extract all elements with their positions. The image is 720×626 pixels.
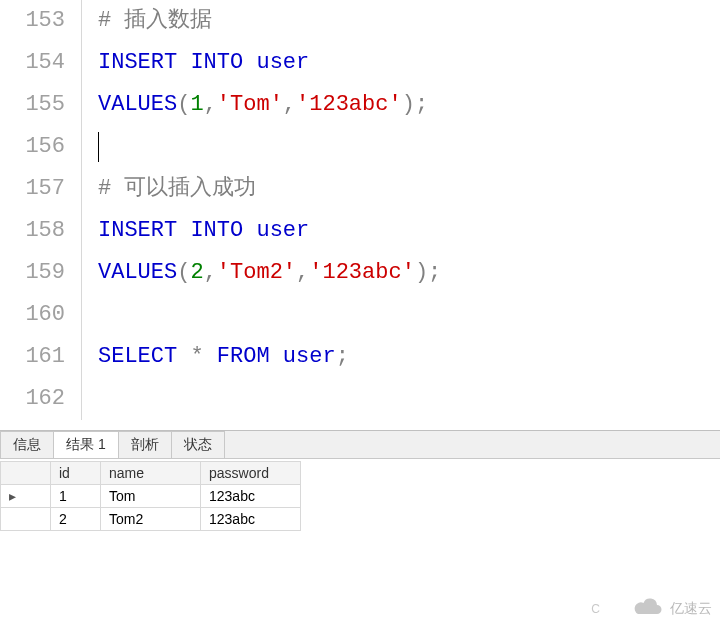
code-content[interactable]	[82, 294, 720, 336]
line-number: 159	[0, 252, 82, 294]
results-panel: 信息结果 1剖析状态 idnamepassword ▸1Tom123abc2To…	[0, 430, 720, 531]
watermark-text: 亿速云	[670, 600, 712, 618]
code-line[interactable]: 154INSERT INTO user	[0, 42, 720, 84]
code-line[interactable]: 161SELECT * FROM user;	[0, 336, 720, 378]
line-number: 154	[0, 42, 82, 84]
table-row[interactable]: 2Tom2123abc	[1, 508, 301, 531]
cell-password[interactable]: 123abc	[201, 485, 301, 508]
cloud-icon	[632, 597, 664, 620]
code-line[interactable]: 162	[0, 378, 720, 420]
row-handle[interactable]: ▸	[1, 485, 51, 508]
code-content[interactable]	[82, 378, 720, 420]
line-number: 158	[0, 210, 82, 252]
line-number: 162	[0, 378, 82, 420]
code-line[interactable]: 160	[0, 294, 720, 336]
line-number: 156	[0, 126, 82, 168]
tab-结果 1[interactable]: 结果 1	[53, 431, 119, 458]
code-content[interactable]: VALUES(2,'Tom2','123abc');	[82, 252, 720, 294]
line-number: 157	[0, 168, 82, 210]
code-line[interactable]: 153# 插入数据	[0, 0, 720, 42]
code-content[interactable]: VALUES(1,'Tom','123abc');	[82, 84, 720, 126]
tab-信息[interactable]: 信息	[0, 431, 54, 458]
code-content[interactable]: INSERT INTO user	[82, 42, 720, 84]
code-line[interactable]: 155VALUES(1,'Tom','123abc');	[0, 84, 720, 126]
cell-name[interactable]: Tom2	[101, 508, 201, 531]
cell-password[interactable]: 123abc	[201, 508, 301, 531]
cell-id[interactable]: 2	[51, 508, 101, 531]
code-line[interactable]: 159VALUES(2,'Tom2','123abc');	[0, 252, 720, 294]
row-handle-header	[1, 462, 51, 485]
cell-id[interactable]: 1	[51, 485, 101, 508]
small-label: C	[591, 602, 600, 616]
column-header-name[interactable]: name	[101, 462, 201, 485]
result-table[interactable]: idnamepassword ▸1Tom123abc2Tom2123abc	[0, 461, 301, 531]
code-line[interactable]: 158INSERT INTO user	[0, 210, 720, 252]
results-tabs: 信息结果 1剖析状态	[0, 431, 720, 459]
row-handle[interactable]	[1, 508, 51, 531]
column-header-password[interactable]: password	[201, 462, 301, 485]
tab-状态[interactable]: 状态	[171, 431, 225, 458]
code-content[interactable]: INSERT INTO user	[82, 210, 720, 252]
line-number: 153	[0, 0, 82, 42]
watermark: 亿速云	[632, 597, 712, 620]
code-content[interactable]: # 可以插入成功	[82, 168, 720, 210]
code-content[interactable]	[82, 126, 720, 168]
text-cursor	[98, 132, 99, 162]
line-number: 161	[0, 336, 82, 378]
line-number: 160	[0, 294, 82, 336]
table-row[interactable]: ▸1Tom123abc	[1, 485, 301, 508]
tab-剖析[interactable]: 剖析	[118, 431, 172, 458]
line-number: 155	[0, 84, 82, 126]
cell-name[interactable]: Tom	[101, 485, 201, 508]
code-content[interactable]: # 插入数据	[82, 0, 720, 42]
code-content[interactable]: SELECT * FROM user;	[82, 336, 720, 378]
sql-editor[interactable]: 153# 插入数据154INSERT INTO user155VALUES(1,…	[0, 0, 720, 430]
code-line[interactable]: 157# 可以插入成功	[0, 168, 720, 210]
code-line[interactable]: 156	[0, 126, 720, 168]
column-header-id[interactable]: id	[51, 462, 101, 485]
